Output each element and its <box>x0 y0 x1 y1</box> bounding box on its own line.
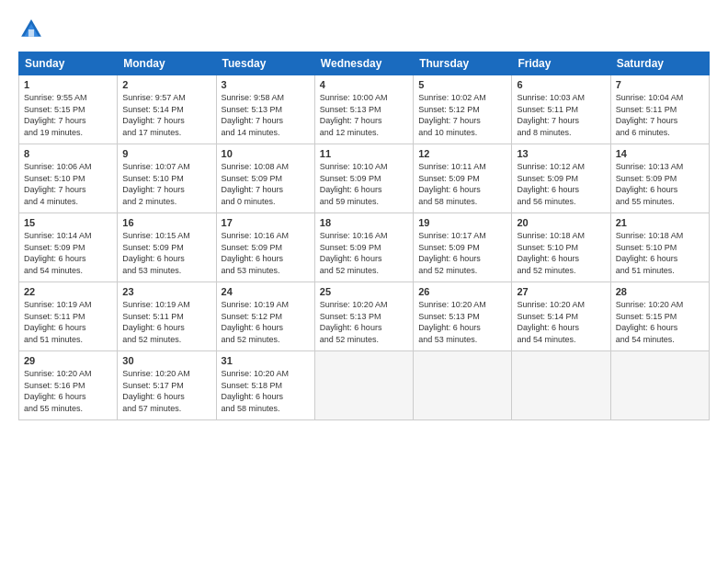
day-number: 5 <box>418 79 506 90</box>
day-info: Sunrise: 10:19 AMSunset: 5:12 PMDaylight… <box>222 299 310 345</box>
day-number: 27 <box>517 286 605 297</box>
calendar-table: Sunday Monday Tuesday Wednesday Thursday… <box>18 52 710 420</box>
day-number: 13 <box>517 148 605 159</box>
calendar-day-empty <box>512 351 610 420</box>
header-wednesday: Wednesday <box>314 52 413 75</box>
calendar-day: 5Sunrise: 10:02 AMSunset: 5:12 PMDayligh… <box>414 75 512 144</box>
calendar-day: 4Sunrise: 10:00 AMSunset: 5:13 PMDayligh… <box>314 75 413 144</box>
day-info: Sunrise: 10:17 AMSunset: 5:09 PMDaylight… <box>418 230 506 276</box>
calendar-day: 19Sunrise: 10:17 AMSunset: 5:09 PMDaylig… <box>414 213 512 282</box>
day-info: Sunrise: 9:58 AMSunset: 5:13 PMDaylight:… <box>222 92 310 138</box>
day-info: Sunrise: 10:20 AMSunset: 5:13 PMDaylight… <box>418 299 506 345</box>
header-thursday: Thursday <box>414 52 512 75</box>
day-info: Sunrise: 10:07 AMSunset: 5:10 PMDaylight… <box>122 161 210 207</box>
calendar-day: 20Sunrise: 10:18 AMSunset: 5:10 PMDaylig… <box>512 213 610 282</box>
calendar-day-empty <box>610 351 709 420</box>
day-info: Sunrise: 10:02 AMSunset: 5:12 PMDaylight… <box>418 92 506 138</box>
calendar-day: 29Sunrise: 10:20 AMSunset: 5:16 PMDaylig… <box>19 351 118 420</box>
day-number: 31 <box>222 355 310 366</box>
day-number: 15 <box>24 217 112 228</box>
calendar-day: 18Sunrise: 10:16 AMSunset: 5:09 PMDaylig… <box>314 213 413 282</box>
calendar-day: 15Sunrise: 10:14 AMSunset: 5:09 PMDaylig… <box>19 213 118 282</box>
calendar-day: 25Sunrise: 10:20 AMSunset: 5:13 PMDaylig… <box>314 282 413 351</box>
day-number: 11 <box>320 148 408 159</box>
day-number: 8 <box>24 148 112 159</box>
day-info: Sunrise: 10:10 AMSunset: 5:09 PMDaylight… <box>320 161 408 207</box>
day-info: Sunrise: 10:18 AMSunset: 5:10 PMDaylight… <box>517 230 605 276</box>
logo <box>18 17 48 42</box>
calendar-week-row: 15Sunrise: 10:14 AMSunset: 5:09 PMDaylig… <box>19 213 710 282</box>
day-info: Sunrise: 9:55 AMSunset: 5:15 PMDaylight:… <box>24 92 112 138</box>
header-saturday: Saturday <box>610 52 709 75</box>
calendar-week-row: 22Sunrise: 10:19 AMSunset: 5:11 PMDaylig… <box>19 282 710 351</box>
calendar-day-empty <box>314 351 413 420</box>
day-number: 6 <box>517 79 605 90</box>
day-info: Sunrise: 10:19 AMSunset: 5:11 PMDaylight… <box>122 299 210 345</box>
day-number: 10 <box>222 148 310 159</box>
calendar-day: 7Sunrise: 10:04 AMSunset: 5:11 PMDayligh… <box>610 75 709 144</box>
calendar-day: 21Sunrise: 10:18 AMSunset: 5:10 PMDaylig… <box>610 213 709 282</box>
header-tuesday: Tuesday <box>216 52 314 75</box>
calendar-day: 13Sunrise: 10:12 AMSunset: 5:09 PMDaylig… <box>512 144 610 213</box>
day-info: Sunrise: 10:19 AMSunset: 5:11 PMDaylight… <box>24 299 112 345</box>
calendar-day: 16Sunrise: 10:15 AMSunset: 5:09 PMDaylig… <box>118 213 216 282</box>
calendar-week-row: 1Sunrise: 9:55 AMSunset: 5:15 PMDaylight… <box>19 75 710 144</box>
calendar-day-empty <box>414 351 512 420</box>
calendar-day: 17Sunrise: 10:16 AMSunset: 5:09 PMDaylig… <box>216 213 314 282</box>
calendar-day: 10Sunrise: 10:08 AMSunset: 5:09 PMDaylig… <box>216 144 314 213</box>
day-number: 16 <box>122 217 210 228</box>
day-info: Sunrise: 10:12 AMSunset: 5:09 PMDaylight… <box>517 161 605 207</box>
day-info: Sunrise: 10:16 AMSunset: 5:09 PMDaylight… <box>320 230 408 276</box>
day-info: Sunrise: 10:03 AMSunset: 5:11 PMDaylight… <box>517 92 605 138</box>
calendar-day: 14Sunrise: 10:13 AMSunset: 5:09 PMDaylig… <box>610 144 709 213</box>
calendar-day: 28Sunrise: 10:20 AMSunset: 5:15 PMDaylig… <box>610 282 709 351</box>
logo-icon <box>18 17 44 42</box>
calendar-day: 30Sunrise: 10:20 AMSunset: 5:17 PMDaylig… <box>118 351 216 420</box>
day-info: Sunrise: 9:57 AMSunset: 5:14 PMDaylight:… <box>122 92 210 138</box>
day-number: 19 <box>418 217 506 228</box>
weekday-header-row: Sunday Monday Tuesday Wednesday Thursday… <box>19 52 710 75</box>
calendar-day: 27Sunrise: 10:20 AMSunset: 5:14 PMDaylig… <box>512 282 610 351</box>
calendar-day: 2Sunrise: 9:57 AMSunset: 5:14 PMDaylight… <box>118 75 216 144</box>
header <box>18 17 710 42</box>
day-info: Sunrise: 10:18 AMSunset: 5:10 PMDaylight… <box>616 230 704 276</box>
day-number: 20 <box>517 217 605 228</box>
day-info: Sunrise: 10:00 AMSunset: 5:13 PMDaylight… <box>320 92 408 138</box>
day-info: Sunrise: 10:14 AMSunset: 5:09 PMDaylight… <box>24 230 112 276</box>
day-info: Sunrise: 10:20 AMSunset: 5:13 PMDaylight… <box>320 299 408 345</box>
day-info: Sunrise: 10:20 AMSunset: 5:16 PMDaylight… <box>24 368 112 414</box>
day-info: Sunrise: 10:15 AMSunset: 5:09 PMDaylight… <box>122 230 210 276</box>
day-number: 29 <box>24 355 112 366</box>
day-number: 9 <box>122 148 210 159</box>
day-info: Sunrise: 10:11 AMSunset: 5:09 PMDaylight… <box>418 161 506 207</box>
header-monday: Monday <box>118 52 216 75</box>
calendar-day: 11Sunrise: 10:10 AMSunset: 5:09 PMDaylig… <box>314 144 413 213</box>
svg-rect-2 <box>28 29 34 37</box>
day-number: 2 <box>122 79 210 90</box>
day-number: 1 <box>24 79 112 90</box>
day-number: 24 <box>222 286 310 297</box>
calendar-day: 22Sunrise: 10:19 AMSunset: 5:11 PMDaylig… <box>19 282 118 351</box>
calendar-body: 1Sunrise: 9:55 AMSunset: 5:15 PMDaylight… <box>19 75 710 420</box>
calendar-day: 3Sunrise: 9:58 AMSunset: 5:13 PMDaylight… <box>216 75 314 144</box>
day-number: 3 <box>222 79 310 90</box>
day-number: 14 <box>616 148 704 159</box>
day-info: Sunrise: 10:06 AMSunset: 5:10 PMDaylight… <box>24 161 112 207</box>
calendar-week-row: 29Sunrise: 10:20 AMSunset: 5:16 PMDaylig… <box>19 351 710 420</box>
day-info: Sunrise: 10:13 AMSunset: 5:09 PMDaylight… <box>616 161 704 207</box>
calendar-day: 26Sunrise: 10:20 AMSunset: 5:13 PMDaylig… <box>414 282 512 351</box>
calendar-day: 23Sunrise: 10:19 AMSunset: 5:11 PMDaylig… <box>118 282 216 351</box>
calendar-day: 6Sunrise: 10:03 AMSunset: 5:11 PMDayligh… <box>512 75 610 144</box>
calendar-day: 31Sunrise: 10:20 AMSunset: 5:18 PMDaylig… <box>216 351 314 420</box>
day-number: 17 <box>222 217 310 228</box>
day-number: 22 <box>24 286 112 297</box>
calendar-day: 1Sunrise: 9:55 AMSunset: 5:15 PMDaylight… <box>19 75 118 144</box>
day-number: 7 <box>616 79 704 90</box>
day-info: Sunrise: 10:08 AMSunset: 5:09 PMDaylight… <box>222 161 310 207</box>
day-number: 30 <box>122 355 210 366</box>
day-number: 25 <box>320 286 408 297</box>
calendar-day: 12Sunrise: 10:11 AMSunset: 5:09 PMDaylig… <box>414 144 512 213</box>
page: Sunday Monday Tuesday Wednesday Thursday… <box>0 0 728 563</box>
calendar-week-row: 8Sunrise: 10:06 AMSunset: 5:10 PMDayligh… <box>19 144 710 213</box>
day-number: 12 <box>418 148 506 159</box>
